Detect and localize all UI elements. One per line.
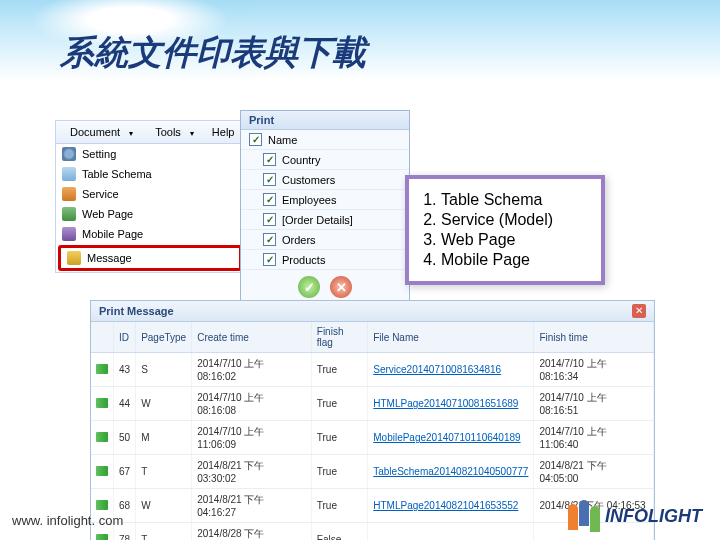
cell-filename[interactable]: TableSchema20140821040500777 <box>368 455 534 489</box>
cell-finishflag: True <box>311 387 367 421</box>
table-header-row: ID PageType Create time Finish flag File… <box>91 322 654 353</box>
cell-finishflag: False <box>311 523 367 541</box>
cell-id: 67 <box>114 455 136 489</box>
col-id[interactable]: ID <box>114 322 136 353</box>
row-status-icon <box>96 432 108 442</box>
option-label: Customers <box>282 174 335 186</box>
grid-icon <box>62 167 76 181</box>
option-label: [Order Details] <box>282 214 353 226</box>
option-label: Name <box>268 134 297 146</box>
sidebar-item-label: Setting <box>82 148 116 160</box>
checkbox-icon[interactable]: ✓ <box>263 253 276 266</box>
table-row[interactable]: 43S2014/7/10 上午 08:16:02TrueService20140… <box>91 353 654 387</box>
checkbox-icon[interactable]: ✓ <box>263 213 276 226</box>
cell-finishflag: True <box>311 421 367 455</box>
cell-filename[interactable]: MobilePage20140710110640189 <box>368 421 534 455</box>
cell-pagetype: W <box>136 387 192 421</box>
print-option[interactable]: ✓[Order Details] <box>241 210 409 230</box>
callout-panel: Table Schema Service (Model) Web Page Mo… <box>405 175 605 285</box>
sidebar-item-label: Service <box>82 188 119 200</box>
callout-item: Mobile Page <box>441 251 587 269</box>
ok-button[interactable]: ✓ <box>298 276 320 298</box>
menu-tools[interactable]: Tools▾ <box>147 124 202 140</box>
window-header: Print Message ✕ <box>91 301 654 322</box>
col-finishtime[interactable]: Finish time <box>534 322 654 353</box>
option-label: Country <box>282 154 321 166</box>
cell-id: 44 <box>114 387 136 421</box>
cell-finishtime: 2014/8/21 下午 04:05:00 <box>534 455 654 489</box>
col-createtime[interactable]: Create time <box>192 322 312 353</box>
table-row[interactable]: 50M2014/7/10 上午 11:06:09TrueMobilePage20… <box>91 421 654 455</box>
print-option[interactable]: ✓Products <box>241 250 409 270</box>
brand-logo: INFOLIGHT <box>568 500 702 532</box>
sidebar-item-label: Web Page <box>82 208 133 220</box>
table-row[interactable]: 44W2014/7/10 上午 08:16:08TrueHTMLPage2014… <box>91 387 654 421</box>
cell-createtime: 2014/8/28 下午 09:56:37 <box>192 523 312 541</box>
menu-document[interactable]: Document▾ <box>62 124 141 140</box>
checkbox-icon[interactable]: ✓ <box>263 173 276 186</box>
sidebar-item-label: Table Schema <box>82 168 152 180</box>
document-window: Document▾ Tools▾ Help Setting Table Sche… <box>55 120 245 273</box>
cell-createtime: 2014/7/10 上午 08:16:08 <box>192 387 312 421</box>
close-button[interactable]: ✕ <box>632 304 646 318</box>
highlight-outline: Message <box>58 245 242 271</box>
cell-id: 43 <box>114 353 136 387</box>
brand-name: INFOLIGHT <box>605 506 702 527</box>
print-dialog-buttons: ✓ ✕ <box>241 270 409 304</box>
checkbox-icon[interactable]: ✓ <box>263 233 276 246</box>
print-option[interactable]: ✓Country <box>241 150 409 170</box>
bell-icon <box>67 251 81 265</box>
callout-item: Web Page <box>441 231 587 249</box>
sidebar: Setting Table Schema Service Web Page Mo… <box>56 144 244 271</box>
row-status-icon <box>96 500 108 510</box>
sidebar-item-mobilepage[interactable]: Mobile Page <box>56 224 244 244</box>
callout-item: Service (Model) <box>441 211 587 229</box>
cell-filename[interactable]: Service20140710081634816 <box>368 353 534 387</box>
cell-filename[interactable]: HTMLPage20140710081651689 <box>368 387 534 421</box>
sidebar-item-tableschema[interactable]: Table Schema <box>56 164 244 184</box>
print-dialog-title: Print <box>241 111 409 130</box>
row-icon-cell <box>91 455 114 489</box>
cell-pagetype: M <box>136 421 192 455</box>
option-label: Orders <box>282 234 316 246</box>
print-option[interactable]: ✓Name <box>241 130 409 150</box>
page-title: 系統文件印表與下載 <box>60 30 720 76</box>
checkbox-icon[interactable]: ✓ <box>263 153 276 166</box>
col-finishflag[interactable]: Finish flag <box>311 322 367 353</box>
cell-filename[interactable]: HTMLPage20140821041653552 <box>368 489 534 523</box>
cell-createtime: 2014/8/21 下午 03:30:02 <box>192 455 312 489</box>
cell-pagetype: T <box>136 523 192 541</box>
row-status-icon <box>96 466 108 476</box>
service-icon <box>62 187 76 201</box>
sidebar-item-message[interactable]: Message <box>61 248 239 268</box>
cell-finishtime: 2014/7/10 上午 11:06:40 <box>534 421 654 455</box>
row-status-icon <box>96 398 108 408</box>
checkbox-icon[interactable]: ✓ <box>249 133 262 146</box>
row-icon-cell <box>91 387 114 421</box>
cell-pagetype: S <box>136 353 192 387</box>
cell-id: 50 <box>114 421 136 455</box>
col-pagetype[interactable]: PageType <box>136 322 192 353</box>
print-option[interactable]: ✓Customers <box>241 170 409 190</box>
sidebar-item-label: Message <box>87 252 132 264</box>
cancel-button[interactable]: ✕ <box>330 276 352 298</box>
menu-help[interactable]: Help <box>208 124 239 140</box>
mobile-icon <box>62 227 76 241</box>
cell-finishflag: True <box>311 489 367 523</box>
cell-pagetype: W <box>136 489 192 523</box>
sidebar-item-setting[interactable]: Setting <box>56 144 244 164</box>
col-filename[interactable]: File Name <box>368 322 534 353</box>
row-status-icon <box>96 364 108 374</box>
cell-finishflag: True <box>311 353 367 387</box>
cell-createtime: 2014/8/21 下午 04:16:27 <box>192 489 312 523</box>
sidebar-item-service[interactable]: Service <box>56 184 244 204</box>
gear-icon <box>62 147 76 161</box>
sidebar-item-label: Mobile Page <box>82 228 143 240</box>
cell-createtime: 2014/7/10 上午 11:06:09 <box>192 421 312 455</box>
footer-url: www. infolight. com <box>12 513 123 528</box>
sidebar-item-webpage[interactable]: Web Page <box>56 204 244 224</box>
table-row[interactable]: 67T2014/8/21 下午 03:30:02TrueTableSchema2… <box>91 455 654 489</box>
print-option[interactable]: ✓Orders <box>241 230 409 250</box>
checkbox-icon[interactable]: ✓ <box>263 193 276 206</box>
print-option[interactable]: ✓Employees <box>241 190 409 210</box>
